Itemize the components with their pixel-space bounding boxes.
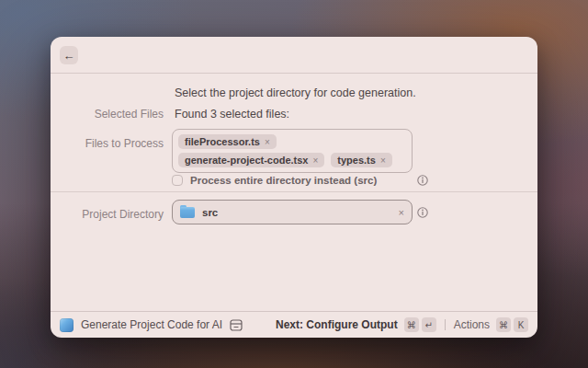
process-directory-checkbox[interactable]	[172, 175, 183, 186]
file-tag-name: generate-project-code.tsx	[185, 155, 308, 166]
file-tag-name: fileProcessor.ts	[185, 136, 260, 147]
form-window-icon	[230, 319, 243, 331]
file-tag: fileProcessor.ts ×	[178, 134, 277, 149]
checkbox-label: Process entire directory instead (src)	[190, 175, 377, 186]
file-tag: types.ts ×	[331, 153, 391, 167]
remove-tag-icon[interactable]: ×	[312, 155, 318, 166]
extension-app-icon	[60, 318, 74, 332]
file-tag: generate-project-code.tsx ×	[178, 153, 324, 167]
command-title: Generate Project Code for AI	[81, 318, 222, 331]
files-tag-picker[interactable]: fileProcessor.ts × generate-project-code…	[172, 129, 413, 173]
cmd-key[interactable]: ⌘	[404, 317, 419, 332]
files-to-process-label: Files to Process	[51, 137, 164, 150]
info-icon[interactable]	[417, 175, 428, 186]
info-icon[interactable]	[417, 207, 428, 218]
primary-action-button[interactable]: Next: Configure Output	[276, 318, 398, 331]
return-key[interactable]: ↵	[422, 317, 436, 332]
file-tag-name: types.ts	[337, 155, 376, 166]
k-key[interactable]: K	[514, 317, 528, 332]
remove-tag-icon[interactable]: ×	[265, 137, 270, 147]
footer-action-bar: Generate Project Code for AI Next: Confi…	[51, 311, 537, 338]
folder-icon	[180, 207, 195, 218]
directory-checkbox-row: Process entire directory instead (src)	[172, 174, 377, 187]
form-description: Select the project directory for code ge…	[175, 86, 416, 99]
project-directory-label: Project Directory	[51, 208, 164, 221]
remove-tag-icon[interactable]: ×	[380, 155, 386, 166]
footer-divider	[445, 319, 446, 330]
form-content: Select the project directory for code ge…	[51, 37, 537, 338]
selected-files-value: Found 3 selected files:	[175, 108, 289, 121]
project-directory-value: src	[202, 207, 218, 218]
clear-directory-icon[interactable]: ×	[399, 207, 404, 218]
raycast-window: ← Select the project directory for code …	[51, 37, 537, 338]
cmd-key[interactable]: ⌘	[496, 317, 511, 332]
project-directory-input[interactable]: src ×	[172, 200, 413, 224]
section-divider	[51, 191, 537, 192]
actions-menu-button[interactable]: Actions	[454, 318, 490, 331]
selected-files-label: Selected Files	[51, 108, 164, 121]
